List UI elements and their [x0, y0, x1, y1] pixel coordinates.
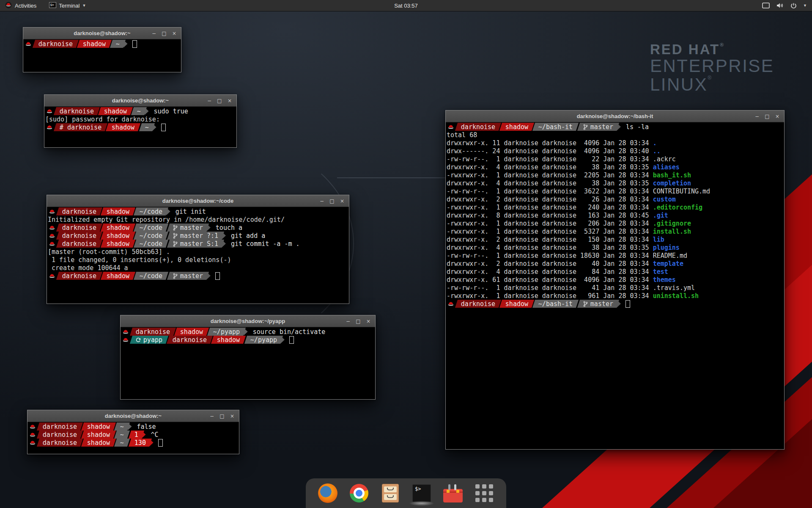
- ls-row-meta: drwx------. 24 darknoise darknoise 4096 …: [447, 147, 653, 155]
- powerline-segment-path: ~: [139, 123, 154, 131]
- close-button[interactable]: ×: [365, 318, 372, 325]
- terminal-content[interactable]: darknoiseshadow~sudo true[sudo] password…: [44, 107, 236, 131]
- file-name: CONTRIBUTING.md: [653, 188, 710, 195]
- window-titlebar[interactable]: darknoise@shadow:~/code − □ ×: [47, 195, 349, 207]
- ls-row-meta: drwxrwxr-x. 2 darknoise darknoise 150 Ja…: [447, 236, 653, 243]
- minimize-button[interactable]: −: [318, 197, 326, 205]
- maximize-button[interactable]: □: [160, 30, 168, 37]
- powerline-segment-user: darknoise: [37, 431, 83, 439]
- maximize-button[interactable]: □: [328, 197, 336, 205]
- powerline-segment-user: darknoise: [455, 300, 501, 308]
- activities-label: Activities: [15, 3, 36, 9]
- terminal-content[interactable]: darknoiseshadow~/codegit initInitialized…: [47, 207, 349, 280]
- dock-item-files[interactable]: [380, 483, 401, 503]
- dock-item-show-applications[interactable]: [474, 483, 494, 503]
- system-status-area[interactable]: ▼: [762, 0, 812, 11]
- volume-icon: [776, 3, 784, 8]
- powerline-segment-host: shadow: [81, 431, 116, 439]
- minimize-button[interactable]: −: [344, 318, 352, 325]
- minimize-button[interactable]: −: [206, 97, 213, 105]
- terminal-window-exitcodes: darknoise@shadow:~ − □ × darknoiseshadow…: [27, 410, 239, 454]
- dock-item-firefox[interactable]: [318, 483, 338, 503]
- powerline-segment-user: # darknoise: [54, 123, 108, 131]
- clock[interactable]: Sat 03:57: [394, 3, 418, 9]
- toolbox-icon: [443, 489, 463, 502]
- terminal-line: drwxrwxr-x. 2 darknoise darknoise 150 Ja…: [447, 235, 784, 243]
- terminal-line: -rwxrwxr-x. 1 darknoise darknoise 206 Ja…: [447, 219, 784, 227]
- wallpaper-line: [337, 177, 445, 178]
- terminal-line: # darknoiseshadow~: [45, 123, 236, 131]
- minimize-button[interactable]: −: [208, 412, 216, 420]
- powerline-segment-host: shadow: [101, 224, 135, 232]
- terminal-line: -rw-rw-r--. 1 darknoise darknoise 18630 …: [447, 251, 784, 260]
- terminal-line: drwx------. 24 darknoise darknoise 4096 …: [447, 147, 784, 155]
- command-text: ls -la: [626, 123, 649, 131]
- ls-row-meta: -rw-rw-r--. 1 darknoise darknoise 18630 …: [447, 252, 653, 260]
- terminal-content[interactable]: darknoiseshadow~/bash-itmasterls -latota…: [446, 122, 784, 308]
- terminal-line: darknoiseshadow~130: [28, 439, 239, 447]
- powerline-segment-path: ~: [114, 431, 130, 439]
- close-button[interactable]: ×: [228, 412, 236, 420]
- terminal-line: [sudo] password for darknoise:: [45, 115, 236, 123]
- git-branch-icon: [583, 301, 588, 307]
- maximize-button[interactable]: □: [218, 412, 226, 420]
- terminal-content[interactable]: darknoiseshadow~: [23, 39, 181, 48]
- powerline-segment-host: shadow: [499, 123, 534, 131]
- file-name: .git: [653, 212, 668, 219]
- ls-row-meta: -rwxrwxr-x. 1 darknoise darknoise 961 Ja…: [447, 292, 653, 300]
- terminal-line: darknoiseshadow~: [24, 40, 181, 48]
- terminal-line: darknoiseshadow~/bash-itmasterls -la: [447, 123, 784, 131]
- window-titlebar[interactable]: darknoise@shadow:~ − □ ×: [23, 28, 181, 39]
- window-titlebar[interactable]: darknoise@shadow:~/pyapp − □ ×: [121, 315, 375, 327]
- maximize-button[interactable]: □: [763, 113, 771, 120]
- terminal-line: darknoiseshadow~/bash-itmaster: [447, 300, 784, 308]
- terminal-line: -rwxrwxr-x. 1 darknoise darknoise 2205 J…: [447, 171, 784, 179]
- dock-item-terminal[interactable]: $>: [411, 483, 432, 503]
- registered-mark: ®: [720, 42, 725, 48]
- close-button[interactable]: ×: [338, 197, 346, 205]
- powerline-segment-path: ~/code: [134, 224, 168, 232]
- terminal-content[interactable]: darknoiseshadow~/pyappsource bin/activat…: [121, 327, 375, 344]
- ls-row-meta: -rw-rw-r--. 1 darknoise darknoise 3622 J…: [447, 188, 653, 195]
- window-titlebar[interactable]: darknoise@shadow:~ − □ ×: [27, 410, 239, 422]
- screen-icon: [762, 3, 770, 8]
- powerline-segment-user: darknoise: [455, 123, 501, 131]
- window-titlebar[interactable]: darknoise@shadow:~ − □ ×: [44, 95, 236, 107]
- file-name: .: [653, 139, 657, 147]
- ls-row-meta: drwxrwxr-x. 8 darknoise darknoise 163 Ja…: [447, 212, 653, 219]
- terminal-line: darknoiseshadow~/codemaster: [48, 272, 349, 280]
- powerline-segment-branch: master: [167, 272, 209, 280]
- file-name: .ackrc: [653, 155, 676, 163]
- powerline-segment-path: ~/pyapp: [244, 336, 283, 344]
- close-button[interactable]: ×: [774, 113, 781, 120]
- terminal-cursor: [215, 272, 220, 280]
- dock-item-toolbox[interactable]: [443, 483, 463, 503]
- terminal-content[interactable]: darknoiseshadow~falsedarknoiseshadow~1^C…: [27, 422, 239, 447]
- window-titlebar[interactable]: darknoise@shadow:~/bash-it − □ ×: [446, 110, 784, 122]
- powerline-segment-user: darknoise: [56, 207, 102, 215]
- output-text: create mode 100644 a: [48, 264, 128, 272]
- branding-line3: LINUX: [650, 75, 708, 94]
- maximize-button[interactable]: □: [354, 318, 362, 325]
- app-menu-terminal[interactable]: $> Terminal ▼: [45, 0, 90, 11]
- close-button[interactable]: ×: [226, 97, 233, 105]
- minimize-button[interactable]: −: [150, 30, 158, 37]
- terminal-window-home-1: darknoise@shadow:~ − □ × darknoiseshadow…: [23, 27, 181, 72]
- command-text: ^C: [151, 431, 159, 439]
- activities-button[interactable]: Activities: [0, 0, 41, 11]
- desktop: RED HAT® ENTERPRISE LINUX® Activities $>…: [0, 0, 812, 508]
- powerline-segment-branch: master ?:1: [167, 232, 224, 240]
- terminal-line: Initialized empty Git repository in /hom…: [48, 215, 349, 224]
- ls-row-meta: drwxrwxr-x. 2 darknoise darknoise 40 Jan…: [447, 260, 653, 268]
- maximize-button[interactable]: □: [216, 97, 223, 105]
- powerline-segment-user: darknoise: [167, 336, 213, 344]
- git-branch-icon: [583, 124, 588, 130]
- dock-item-chrome[interactable]: [349, 483, 369, 503]
- caret-down-icon: ▼: [82, 3, 86, 8]
- minimize-button[interactable]: −: [753, 113, 761, 120]
- git-branch-icon: [173, 233, 178, 239]
- terminal-line: pyappdarknoiseshadow~/pyapp: [121, 336, 375, 344]
- git-branch-icon: [173, 273, 178, 279]
- close-button[interactable]: ×: [170, 30, 178, 37]
- window-title: darknoise@shadow:~: [105, 413, 162, 419]
